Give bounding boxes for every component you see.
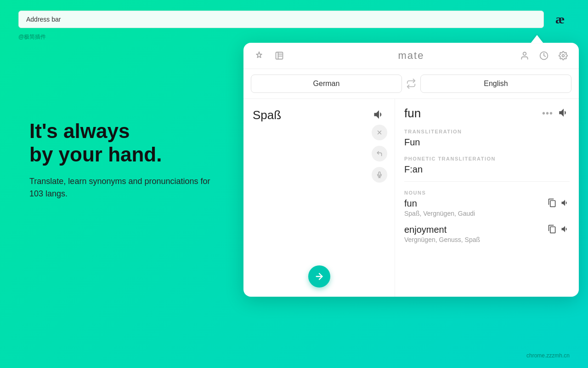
history-button[interactable] — [537, 49, 550, 62]
hero-section: It's always by your hand. Translate, lea… — [29, 120, 213, 200]
svg-point-6 — [562, 55, 565, 57]
noun-actions — [548, 198, 570, 210]
watermark-top: @极简插件 — [18, 33, 46, 41]
popup-header-right — [518, 49, 570, 62]
swap-language-button[interactable] — [402, 79, 420, 89]
popup-body: Spaß — [243, 99, 579, 297]
source-panel: Spaß — [243, 99, 395, 297]
noun-item-text: enjoyment Vergnügen, Genuss, Spaß — [404, 224, 480, 243]
result-panel: fun ••• TRANSLITERATION Fun PHONETIC TRA… — [395, 99, 579, 297]
popup-arrow — [531, 35, 543, 43]
popup-title: mate — [398, 50, 424, 62]
noun-actions — [548, 224, 570, 236]
noun-item-text: fun Spaß, Vergnügen, Gaudi — [404, 198, 475, 217]
clear-button[interactable] — [372, 125, 387, 140]
phonetic-label: PHONETIC TRANSLITERATION — [404, 156, 570, 161]
noun-word: fun — [404, 198, 475, 209]
more-options-button[interactable]: ••• — [542, 108, 553, 119]
result-sound-button[interactable] — [558, 107, 570, 121]
return-button[interactable] — [372, 146, 387, 161]
language-bar: German English — [243, 69, 579, 99]
svg-point-4 — [523, 52, 526, 56]
noun-word: enjoyment — [404, 224, 480, 235]
address-bar-area: Address bar æ — [18, 9, 570, 29]
pin-button[interactable] — [253, 49, 266, 62]
transliteration-label: TRANSLITERATION — [404, 129, 570, 134]
profile-button[interactable] — [518, 49, 531, 62]
ae-logo: æ — [549, 9, 570, 29]
address-bar[interactable]: Address bar — [18, 11, 544, 28]
copy-button[interactable] — [548, 198, 557, 210]
copy-button[interactable] — [548, 224, 557, 236]
result-header: fun ••• — [404, 106, 570, 121]
watermark-bottom: chrome.zzzmh.cn — [526, 352, 570, 359]
hero-title: It's always by your hand. — [29, 120, 213, 166]
noun-synonyms: Vergnügen, Genuss, Spaß — [404, 236, 480, 243]
source-language-button[interactable]: German — [251, 75, 402, 93]
notebook-button[interactable] — [273, 49, 286, 62]
noun-item: fun Spaß, Vergnügen, Gaudi — [404, 198, 570, 217]
transliteration-value: Fun — [404, 137, 570, 148]
noun-synonyms: Spaß, Vergnügen, Gaudi — [404, 210, 475, 217]
result-actions: ••• — [542, 107, 570, 121]
noun-item: enjoyment Vergnügen, Genuss, Spaß — [404, 224, 570, 243]
translate-button[interactable] — [308, 265, 330, 288]
translate-popup: mate German — [243, 43, 579, 297]
source-sound-button[interactable] — [371, 106, 387, 123]
nouns-label: NOUNS — [404, 190, 570, 196]
settings-button[interactable] — [557, 49, 570, 62]
popup-header-left — [253, 49, 286, 62]
noun-sound-button[interactable] — [560, 224, 570, 236]
popup-header: mate — [243, 43, 579, 69]
section-divider — [404, 181, 570, 182]
noun-sound-button[interactable] — [560, 198, 570, 210]
hero-subtitle: Translate, learn synonyms and pronunciat… — [29, 175, 213, 200]
result-word: fun — [404, 106, 421, 121]
phonetic-value: F:an — [404, 164, 570, 175]
source-controls — [371, 106, 387, 123]
source-word: Spaß — [253, 108, 385, 288]
source-action-buttons — [372, 125, 387, 183]
target-language-button[interactable]: English — [420, 75, 571, 93]
mic-button[interactable] — [372, 167, 387, 183]
